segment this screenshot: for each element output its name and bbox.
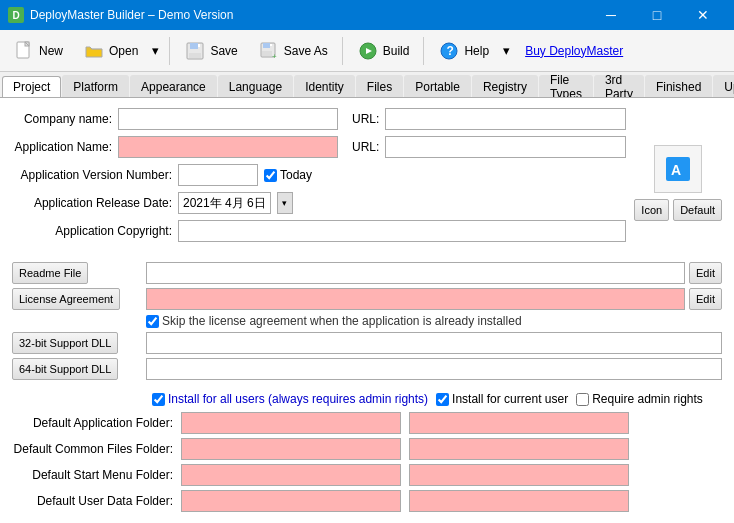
license-input[interactable] (146, 288, 685, 310)
userdata-folder-input-1[interactable] (181, 490, 401, 512)
help-dropdown-arrow[interactable]: ▾ (498, 34, 515, 68)
dll32-col: 32-bit Support DLL (12, 332, 146, 354)
readme-button[interactable]: Readme File (12, 262, 88, 284)
save-as-button[interactable]: + Save As (249, 34, 337, 68)
tab-project[interactable]: Project (2, 76, 61, 98)
tab-update[interactable]: Update (713, 75, 734, 97)
app-folder-label: Default Application Folder: (12, 416, 177, 430)
install-options-row: Install for all users (always requires a… (152, 392, 722, 406)
startmenu-folder-input-1[interactable] (181, 464, 401, 486)
tab-3rdparty[interactable]: 3rd Party (594, 75, 644, 97)
help-group: ? Help ▾ (429, 34, 515, 68)
dll64-input[interactable] (146, 358, 722, 380)
common-folder-input-1[interactable] (181, 438, 401, 460)
app-folder-input-1[interactable] (181, 412, 401, 434)
require-admin-label[interactable]: Require admin rights (576, 392, 703, 406)
app-folder-row: Default Application Folder: (12, 412, 722, 434)
new-icon (13, 40, 35, 62)
today-checkbox[interactable] (264, 169, 277, 182)
main-content: Company name: URL: Application Name: URL… (0, 98, 734, 523)
build-button[interactable]: Build (348, 34, 419, 68)
app-icon: D (8, 7, 24, 23)
svg-text:A: A (671, 162, 681, 178)
save-label: Save (210, 44, 237, 58)
separator-1 (169, 37, 170, 65)
readme-edit-button[interactable]: Edit (689, 262, 722, 284)
readme-input[interactable] (146, 262, 685, 284)
skip-license-label[interactable]: Skip the license agreement when the appl… (146, 314, 522, 328)
company-url-input[interactable] (385, 108, 626, 130)
tab-portable[interactable]: Portable (404, 75, 471, 97)
open-dropdown-arrow[interactable]: ▾ (147, 34, 164, 68)
dll32-input[interactable] (146, 332, 722, 354)
divider-1 (12, 254, 722, 262)
tab-identity[interactable]: Identity (294, 75, 355, 97)
skip-license-checkbox[interactable] (146, 315, 159, 328)
svg-rect-6 (198, 44, 200, 47)
version-row: Application Version Number: Today (12, 164, 626, 186)
license-button[interactable]: License Agreement (12, 288, 120, 310)
folder-section: Default Application Folder: Default Comm… (12, 412, 722, 512)
install-all-label[interactable]: Install for all users (always requires a… (152, 392, 428, 406)
dll64-input-area (146, 358, 722, 380)
buy-link[interactable]: Buy DeployMaster (525, 44, 623, 58)
title-bar-left: D DeployMaster Builder – Demo Version (8, 7, 233, 23)
app-name-input[interactable] (118, 136, 338, 158)
tab-files[interactable]: Files (356, 75, 403, 97)
svg-text:?: ? (447, 44, 454, 58)
dll64-button[interactable]: 64-bit Support DLL (12, 358, 118, 380)
svg-rect-5 (189, 53, 201, 58)
save-icon (184, 40, 206, 62)
app-url-input[interactable] (385, 136, 626, 158)
install-current-label[interactable]: Install for current user (436, 392, 568, 406)
help-button[interactable]: ? Help (429, 34, 498, 68)
app-folder-input-2[interactable] (409, 412, 629, 434)
userdata-folder-input-2[interactable] (409, 490, 629, 512)
company-name-input[interactable] (118, 108, 338, 130)
today-checkbox-label[interactable]: Today (264, 168, 312, 182)
install-all-checkbox[interactable] (152, 393, 165, 406)
userdata-folder-row: Default User Data Folder: (12, 490, 722, 512)
tab-finished[interactable]: Finished (645, 75, 712, 97)
open-group: Open ▾ (74, 34, 164, 68)
install-current-checkbox[interactable] (436, 393, 449, 406)
dll32-button[interactable]: 32-bit Support DLL (12, 332, 118, 354)
copyright-row: Application Copyright: (12, 220, 626, 242)
svg-rect-10 (270, 44, 272, 46)
common-folder-row: Default Common Files Folder: (12, 438, 722, 460)
open-button[interactable]: Open (74, 34, 147, 68)
tab-platform[interactable]: Platform (62, 75, 129, 97)
date-dropdown-button[interactable]: ▾ (277, 192, 293, 214)
tabs-container: Project Platform Appearance Language Ide… (0, 72, 734, 98)
require-admin-checkbox[interactable] (576, 393, 589, 406)
dll64-col: 64-bit Support DLL (12, 358, 146, 380)
save-button[interactable]: Save (175, 34, 246, 68)
open-label: Open (109, 44, 138, 58)
startmenu-folder-input-2[interactable] (409, 464, 629, 486)
save-as-icon: + (258, 40, 280, 62)
maximize-button[interactable]: □ (634, 0, 680, 30)
dll32-row: 32-bit Support DLL (12, 332, 722, 354)
install-current-text: Install for current user (452, 392, 568, 406)
release-date-value: 2021年 4月 6日 (183, 195, 266, 212)
new-button[interactable]: New (4, 34, 72, 68)
tab-filetypes[interactable]: File Types (539, 75, 593, 97)
release-date-input[interactable]: 2021年 4月 6日 (178, 192, 271, 214)
tab-registry[interactable]: Registry (472, 75, 538, 97)
tab-language[interactable]: Language (218, 75, 293, 97)
startmenu-folder-row: Default Start Menu Folder: (12, 464, 722, 486)
app-icon-preview: A (654, 145, 702, 193)
license-col: License Agreement (12, 288, 146, 310)
minimize-button[interactable]: ─ (588, 0, 634, 30)
version-input[interactable] (178, 164, 258, 186)
common-folder-input-2[interactable] (409, 438, 629, 460)
svg-text:+: + (272, 52, 277, 61)
copyright-input[interactable] (178, 220, 626, 242)
default-button[interactable]: Default (673, 199, 722, 221)
license-edit-button[interactable]: Edit (689, 288, 722, 310)
icon-button[interactable]: Icon (634, 199, 669, 221)
tab-appearance[interactable]: Appearance (130, 75, 217, 97)
toolbar: New Open ▾ Save (0, 30, 734, 72)
close-button[interactable]: ✕ (680, 0, 726, 30)
common-folder-label: Default Common Files Folder: (12, 442, 177, 456)
